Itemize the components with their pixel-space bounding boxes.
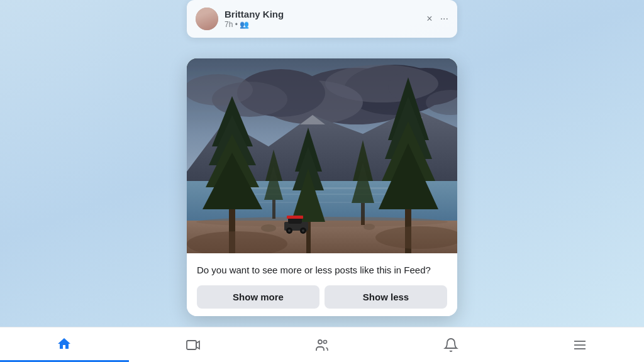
post-popup-card: Do you want to see more or less posts li… — [187, 58, 457, 317]
nav-notifications[interactable] — [386, 327, 515, 362]
svg-point-52 — [323, 340, 326, 343]
svg-rect-16 — [237, 202, 407, 203]
nav-video[interactable] — [129, 327, 258, 362]
svg-rect-41 — [287, 216, 303, 219]
post-photo — [187, 58, 457, 253]
people-icon — [314, 337, 330, 353]
menu-icon — [572, 337, 587, 353]
card-actions[interactable]: × ··· — [426, 13, 448, 25]
close-icon[interactable]: × — [426, 13, 432, 25]
svg-rect-36 — [361, 203, 365, 225]
bottom-nav — [0, 327, 644, 362]
svg-point-44 — [288, 229, 291, 232]
svg-rect-33 — [272, 200, 275, 219]
background-post-card: Brittany King 7h • 👥 × ··· — [187, 0, 457, 38]
user-info: Brittany King 7h • 👥 — [225, 9, 284, 29]
home-icon — [57, 336, 72, 351]
card-content: Do you want to see more or less posts li… — [187, 253, 457, 317]
svg-rect-50 — [187, 341, 196, 349]
svg-point-6 — [325, 65, 438, 102]
action-buttons: Show more Show less — [197, 285, 447, 309]
show-more-button[interactable]: Show more — [197, 285, 319, 309]
svg-point-45 — [302, 229, 304, 232]
video-icon — [186, 337, 201, 353]
more-options-icon[interactable]: ··· — [440, 13, 448, 25]
svg-point-49 — [364, 224, 375, 230]
post-time: 7h — [225, 20, 233, 29]
post-meta: 7h • 👥 — [225, 20, 284, 29]
nav-menu[interactable] — [515, 327, 644, 362]
svg-point-8 — [187, 74, 253, 106]
nav-people[interactable] — [258, 327, 387, 362]
prompt-text: Do you want to see more or less posts li… — [197, 263, 447, 277]
nav-home[interactable] — [0, 327, 129, 362]
svg-point-51 — [318, 340, 322, 344]
svg-point-48 — [261, 224, 276, 232]
friends-icon: 👥 — [240, 20, 249, 29]
bell-icon — [443, 337, 458, 353]
show-less-button[interactable]: Show less — [325, 285, 447, 309]
user-name: Brittany King — [225, 9, 284, 20]
avatar — [196, 8, 218, 30]
